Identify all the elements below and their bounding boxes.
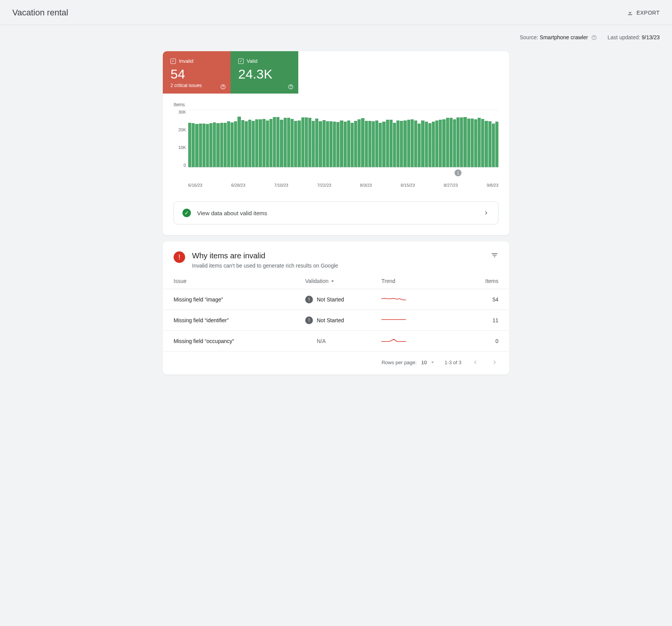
help-icon[interactable] [220, 84, 226, 90]
chart-bar[interactable] [252, 121, 255, 167]
chart-bar[interactable] [365, 121, 368, 167]
export-button[interactable]: EXPORT [627, 9, 660, 16]
chart-bar[interactable] [432, 122, 435, 167]
chart-bar[interactable] [471, 119, 474, 167]
chart-bar[interactable] [460, 117, 463, 167]
chart-bar[interactable] [386, 120, 389, 167]
table-row[interactable]: Missing field “identifier”!Not Started11 [163, 310, 509, 331]
chart-bar[interactable] [425, 122, 428, 167]
prev-page-button[interactable] [470, 357, 481, 368]
chart-bar[interactable] [488, 121, 491, 167]
chart-bar[interactable] [435, 121, 438, 167]
chart-bar[interactable] [305, 117, 308, 167]
tile-invalid[interactable]: ✓ Invalid 54 2 critical issues [163, 51, 231, 94]
chart-bar[interactable] [276, 117, 279, 167]
chart-bar[interactable] [216, 123, 219, 167]
chart-bar[interactable] [192, 123, 195, 167]
chart-bar[interactable] [442, 119, 445, 167]
chart-bar[interactable] [280, 120, 283, 167]
chart-bar[interactable] [421, 121, 424, 167]
chart-bar[interactable] [495, 122, 498, 167]
chart-bar[interactable] [358, 119, 361, 167]
col-trend-header[interactable]: Trend [378, 276, 454, 289]
chart-bar[interactable] [333, 122, 336, 167]
chart-bar[interactable] [418, 124, 421, 167]
chart-bar[interactable] [347, 121, 350, 167]
chart-bar[interactable] [453, 119, 456, 167]
chart-bar[interactable] [439, 120, 442, 167]
chart-bar[interactable] [400, 121, 403, 167]
chart-bar[interactable] [266, 121, 269, 167]
chart-bar[interactable] [206, 124, 209, 167]
chart-bar[interactable] [340, 121, 343, 167]
chart-bar[interactable] [319, 121, 322, 167]
chart-bar[interactable] [414, 121, 417, 167]
chart-bar[interactable] [485, 121, 488, 167]
chart-bar[interactable] [389, 120, 393, 167]
table-row[interactable]: Missing field “image”!Not Started54 [163, 289, 509, 310]
chart-bar[interactable] [298, 121, 301, 167]
chart-bar[interactable] [245, 121, 248, 167]
chart-bar[interactable] [284, 118, 287, 167]
chart-bar[interactable] [234, 121, 237, 167]
chart-bar[interactable] [312, 121, 315, 167]
chart-bar[interactable] [463, 117, 466, 167]
chart-marker[interactable]: 1 [455, 169, 461, 176]
chart-bar[interactable] [361, 118, 364, 167]
chart-bar[interactable] [224, 123, 227, 167]
chart-bar[interactable] [407, 120, 410, 167]
chart-bar[interactable] [403, 121, 406, 167]
chart-bar[interactable] [202, 124, 206, 167]
chart-bar[interactable] [220, 123, 223, 167]
chart-bar[interactable] [379, 123, 382, 167]
chart-bar[interactable] [291, 119, 294, 167]
chart-bar[interactable] [474, 119, 477, 167]
chart-bar[interactable] [301, 117, 304, 167]
chart-bar[interactable] [393, 123, 396, 167]
chart-bar[interactable] [450, 118, 453, 167]
help-icon[interactable] [288, 84, 294, 90]
chart-bar[interactable] [199, 124, 202, 167]
chart-bar[interactable] [248, 120, 251, 167]
chart-bar[interactable] [294, 121, 297, 167]
chart-bar[interactable] [315, 119, 318, 167]
chart-bar[interactable] [375, 121, 378, 167]
chart-bar[interactable] [255, 119, 258, 167]
chart-bar[interactable] [237, 117, 241, 167]
chart-bar[interactable] [329, 121, 333, 167]
chart-bar[interactable] [382, 122, 385, 167]
chart-bar[interactable] [308, 118, 311, 167]
chart-bar[interactable] [492, 124, 495, 167]
chart-bar[interactable] [188, 123, 191, 167]
chart-bar[interactable] [478, 118, 481, 167]
chart-bar[interactable] [209, 123, 212, 167]
chart-bar[interactable] [336, 122, 339, 167]
chart-bar[interactable] [269, 119, 272, 167]
chart-bar[interactable] [273, 117, 276, 167]
rows-per-page-select[interactable]: 10 [421, 359, 436, 366]
tile-valid[interactable]: ✓ Valid 24.3K [231, 51, 298, 94]
chart-bar[interactable] [467, 119, 470, 167]
chart-bar[interactable] [287, 118, 290, 167]
col-items-header[interactable]: Items [454, 276, 509, 289]
chart-bar[interactable] [259, 119, 262, 167]
chart-bar[interactable] [351, 123, 354, 167]
chart-bar[interactable] [344, 122, 347, 167]
chart-bar[interactable] [323, 120, 326, 167]
chart-bar[interactable] [428, 123, 431, 167]
help-icon[interactable] [591, 35, 597, 40]
chart-bar[interactable] [354, 121, 357, 167]
next-page-button[interactable] [489, 357, 500, 368]
col-issue-header[interactable]: Issue [163, 276, 301, 289]
chart-bar[interactable] [411, 119, 414, 167]
chart-bar[interactable] [456, 117, 460, 167]
chart-bar[interactable] [372, 121, 375, 167]
chart-bar[interactable] [195, 124, 198, 167]
chart-bar[interactable] [446, 118, 449, 167]
chart-bar[interactable] [241, 120, 244, 167]
table-row[interactable]: Missing field “occupancy”N/A0 [163, 331, 509, 351]
chart-bar[interactable] [213, 122, 216, 167]
chart-bar[interactable] [481, 119, 484, 167]
chart-bar[interactable] [227, 121, 230, 167]
chart-bar[interactable] [231, 122, 234, 167]
